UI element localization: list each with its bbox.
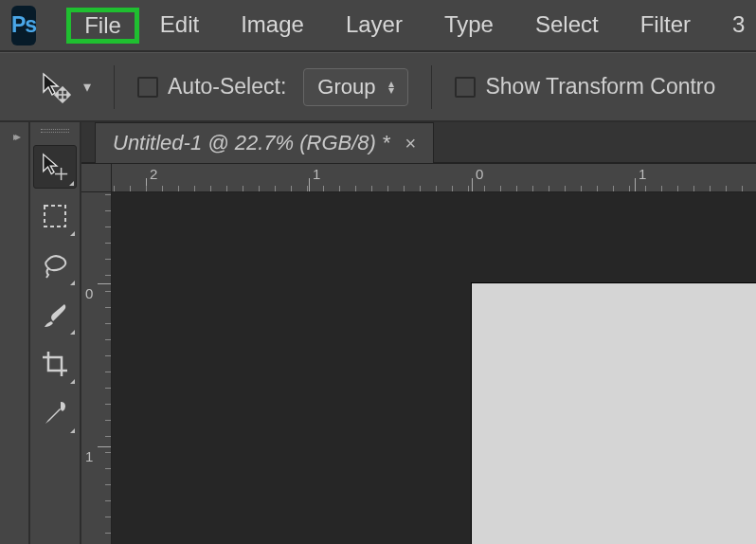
flyout-indicator-icon	[70, 428, 75, 433]
auto-select-target-dropdown[interactable]: Group ▴▾	[303, 68, 408, 106]
move-tool[interactable]	[33, 145, 77, 189]
crop-icon	[41, 350, 69, 378]
canvas[interactable]	[112, 192, 756, 544]
workspace: ▸▸	[0, 122, 756, 544]
close-icon[interactable]: ×	[405, 133, 417, 154]
move-tool-icon	[40, 152, 70, 182]
document-tab-title: Untitled-1 @ 22.7% (RGB/8) *	[113, 131, 390, 155]
chevron-down-icon: ▾	[83, 78, 91, 96]
move-tool-icon	[40, 71, 72, 103]
artboard	[472, 283, 756, 544]
flyout-indicator-icon	[70, 379, 75, 384]
menu-item-filter[interactable]: Filter	[620, 8, 711, 44]
left-panel-strip: ▸▸	[0, 122, 30, 544]
crop-tool[interactable]	[33, 342, 77, 386]
menu-item-image[interactable]: Image	[220, 8, 325, 44]
lasso-tool[interactable]	[33, 244, 77, 287]
vertical-ruler[interactable]: 01	[81, 192, 112, 544]
eyedropper-icon	[41, 399, 69, 427]
flyout-indicator-icon	[69, 181, 74, 186]
options-bar: ▾ Auto-Select: Group ▴▾ Show Transform C…	[0, 52, 756, 122]
tools-grip[interactable]	[33, 122, 77, 139]
menu-items: File Edit Image Layer Type Select Filter…	[66, 8, 756, 44]
lasso-icon	[41, 251, 69, 280]
horizontal-ruler[interactable]: 21012	[112, 164, 756, 192]
show-transform-option[interactable]: Show Transform Contro	[455, 74, 715, 100]
document-area: Untitled-1 @ 22.7% (RGB/8) * × 21012 01	[81, 122, 756, 544]
flyout-indicator-icon	[70, 231, 75, 236]
show-transform-checkbox[interactable]	[455, 77, 476, 98]
tool-preset-picker[interactable]: ▾	[40, 71, 91, 103]
canvas-zone: 21012 01	[81, 164, 756, 544]
svg-rect-4	[45, 206, 65, 227]
menu-item-file[interactable]: File	[66, 8, 139, 44]
auto-select-option[interactable]: Auto-Select:	[137, 74, 286, 100]
panel-collapse-toggle[interactable]: ▸▸	[0, 122, 30, 151]
tools-panel	[30, 122, 81, 544]
menu-item-layer[interactable]: Layer	[325, 8, 423, 44]
dropdown-value: Group	[317, 75, 375, 100]
menubar: Ps File Edit Image Layer Type Select Fil…	[0, 0, 756, 52]
stepper-arrows-icon: ▴▾	[388, 81, 394, 94]
document-tab[interactable]: Untitled-1 @ 22.7% (RGB/8) * ×	[95, 122, 434, 163]
divider	[431, 65, 432, 109]
menu-item-edit[interactable]: Edit	[139, 8, 220, 44]
marquee-tool[interactable]	[33, 194, 77, 238]
ruler-origin[interactable]	[81, 164, 112, 192]
flyout-indicator-icon	[70, 330, 75, 335]
app-logo: Ps	[11, 6, 36, 45]
brush-tool[interactable]	[33, 293, 77, 336]
brush-icon	[41, 300, 69, 329]
show-transform-label: Show Transform Contro	[485, 74, 715, 100]
menu-item-type[interactable]: Type	[423, 8, 514, 44]
eyedropper-tool[interactable]	[33, 391, 77, 435]
marquee-icon	[43, 204, 67, 228]
menu-item-truncated[interactable]: 3	[711, 8, 756, 44]
app-logo-text: Ps	[11, 12, 36, 38]
auto-select-checkbox[interactable]	[137, 77, 158, 98]
menu-item-select[interactable]: Select	[514, 8, 620, 44]
flyout-indicator-icon	[70, 281, 75, 285]
document-tab-bar: Untitled-1 @ 22.7% (RGB/8) * ×	[81, 122, 756, 164]
auto-select-label: Auto-Select:	[168, 74, 286, 100]
divider	[114, 65, 115, 109]
